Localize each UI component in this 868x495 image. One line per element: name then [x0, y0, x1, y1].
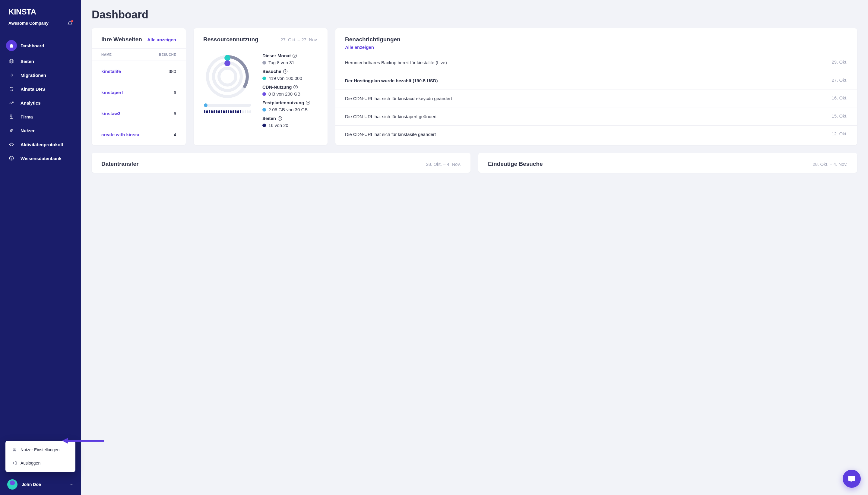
site-visits: 6: [174, 90, 176, 95]
site-link[interactable]: create with kinsta: [101, 132, 174, 137]
sidebar-item-dns[interactable]: Kinsta DNS: [4, 82, 77, 96]
logout-menu-item[interactable]: Ausloggen: [5, 456, 76, 470]
user-settings-menu-item[interactable]: Nutzer Einstellungen: [5, 443, 76, 456]
notification-text: Die CDN-URL hat sich für kinstaperf geän…: [345, 113, 825, 120]
table-row[interactable]: kinstaw3 6: [92, 103, 186, 124]
table-row[interactable]: create with kinsta 4: [92, 124, 186, 145]
transfer-date-range: 28. Okt. – 4. Nov.: [426, 161, 461, 167]
user-name: John Doe: [22, 482, 65, 487]
sidebar-item-analytics[interactable]: Analytics: [4, 96, 77, 109]
sidebar-item-users[interactable]: Nutzer: [4, 124, 77, 137]
sidebar-item-label: Seiten: [20, 59, 34, 64]
sidebar-item-company[interactable]: Firma: [4, 110, 77, 123]
sidebar-item-label: Dashboard: [20, 43, 44, 48]
metric-visits-label: Besuche: [262, 69, 281, 74]
resource-date-range: 27. Okt. – 27. Nov.: [281, 37, 318, 42]
sidebar-item-label: Migrationen: [20, 73, 46, 78]
user-settings-label: Nutzer Einstellungen: [20, 447, 60, 452]
help-icon[interactable]: ?: [278, 116, 282, 121]
sidebar-item-knowledge[interactable]: Wissensdatenbank: [4, 152, 77, 165]
svg-point-20: [224, 60, 230, 66]
page-title: Dashboard: [92, 8, 857, 21]
logout-label: Ausloggen: [20, 461, 40, 465]
notification-date: 16. Okt.: [832, 95, 848, 102]
notifications-view-all-link[interactable]: Alle anzeigen: [345, 45, 374, 50]
help-icon[interactable]: ?: [306, 101, 310, 105]
dot-icon: [262, 108, 266, 112]
metric-disk-value: 2.06 GB von 30 GB: [268, 107, 307, 112]
user-footer-button[interactable]: John Doe: [0, 474, 81, 495]
transfer-card: Datentransfer 28. Okt. – 4. Nov.: [92, 153, 470, 173]
svg-point-1: [10, 87, 11, 88]
notification-text: Herunterladbares Backup bereit für kinst…: [345, 59, 825, 66]
dns-icon: [9, 86, 14, 91]
svg-point-13: [14, 448, 15, 450]
svg-point-2: [12, 90, 13, 91]
table-row[interactable]: kinstaperf 6: [92, 82, 186, 103]
site-link[interactable]: kinstaperf: [101, 90, 174, 95]
chart-icon: [9, 100, 14, 105]
sidebar-item-migrations[interactable]: Migrationen: [4, 68, 77, 82]
user-icon: [12, 447, 17, 452]
sidebar: KINSTA Awesome Company Dashboard Seiten …: [0, 0, 81, 495]
dot-icon: [262, 61, 266, 65]
metric-sites-label: Seiten: [262, 116, 276, 121]
svg-point-10: [11, 144, 12, 145]
eye-icon: [9, 142, 14, 147]
unique-date-range: 28. Okt. – 4. Nov.: [813, 161, 848, 167]
site-visits: 380: [169, 69, 176, 74]
sites-card: Ihre Webseiten Alle anzeigen NAME BESUCH…: [92, 28, 186, 145]
unique-card-title: Eindeutige Besuche: [488, 161, 543, 167]
metric-month-label: Dieser Monat: [262, 53, 291, 58]
sidebar-item-dashboard[interactable]: Dashboard: [4, 37, 77, 54]
user-menu-popup: Nutzer Einstellungen Ausloggen: [5, 441, 76, 472]
notification-dot: [71, 20, 73, 22]
sites-card-title: Ihre Webseiten: [101, 36, 142, 43]
site-link[interactable]: kinstalife: [101, 69, 169, 74]
sidebar-item-label: Analytics: [20, 100, 41, 105]
notification-text: Der Hostingplan wurde bezahlt (190.5 USD…: [345, 78, 825, 84]
notification-item[interactable]: Die CDN-URL hat sich für kinstasite geän…: [335, 125, 857, 143]
notifications-bell-button[interactable]: [68, 21, 72, 25]
chat-button[interactable]: [843, 470, 861, 488]
sites-col-visits: BESUCHE: [159, 53, 176, 56]
site-visits: 6: [174, 111, 176, 116]
table-row[interactable]: kinstalife 380: [92, 61, 186, 82]
resource-gauges: [203, 53, 252, 128]
sidebar-nav: Dashboard Seiten Migrationen Kinsta DNS …: [0, 36, 81, 474]
svg-rect-4: [12, 116, 13, 118]
sidebar-item-label: Nutzer: [20, 128, 35, 133]
resource-card-title: Ressourcennutzung: [203, 36, 258, 43]
layers-icon: [9, 59, 14, 64]
notification-item[interactable]: Herunterladbares Backup bereit für kinst…: [335, 54, 857, 72]
avatar: [7, 479, 17, 490]
help-icon[interactable]: ?: [283, 69, 287, 73]
sidebar-item-label: Kinsta DNS: [20, 86, 45, 92]
migrate-icon: [9, 73, 14, 78]
unique-visits-card: Eindeutige Besuche 28. Okt. – 4. Nov.: [478, 153, 857, 173]
sidebar-item-sites[interactable]: Seiten: [4, 54, 77, 68]
resource-card: Ressourcennutzung 27. Okt. – 27. Nov.: [194, 28, 328, 145]
notification-date: 15. Okt.: [832, 113, 848, 120]
metric-month-value: Tag 8 von 31: [268, 60, 294, 65]
svg-point-12: [12, 159, 12, 159]
sites-gauge: [204, 110, 251, 113]
notification-date: 29. Okt.: [832, 59, 848, 66]
metric-visits-value: 419 von 100,000: [268, 76, 302, 81]
help-icon[interactable]: ?: [294, 85, 298, 89]
notifications-card-title: Benachrichtigungen: [345, 36, 848, 43]
site-visits: 4: [174, 132, 176, 137]
help-icon[interactable]: ?: [293, 54, 297, 58]
dot-icon: [262, 92, 266, 96]
notification-date: 12. Okt.: [832, 131, 848, 138]
dot-icon: [262, 124, 266, 127]
sites-view-all-link[interactable]: Alle anzeigen: [147, 37, 176, 42]
notification-item[interactable]: Der Hostingplan wurde bezahlt (190.5 USD…: [335, 72, 857, 90]
brand-logo: KINSTA: [9, 7, 72, 17]
notification-item[interactable]: Die CDN-URL hat sich für kinstaperf geän…: [335, 108, 857, 126]
sidebar-item-label: Firma: [20, 114, 33, 119]
site-link[interactable]: kinstaw3: [101, 111, 174, 116]
notification-item[interactable]: Die CDN-URL hat sich für kinstacdn-keycd…: [335, 89, 857, 108]
sidebar-item-activity[interactable]: Aktivitätenprotokoll: [4, 138, 77, 151]
user-plus-icon: [9, 128, 14, 133]
